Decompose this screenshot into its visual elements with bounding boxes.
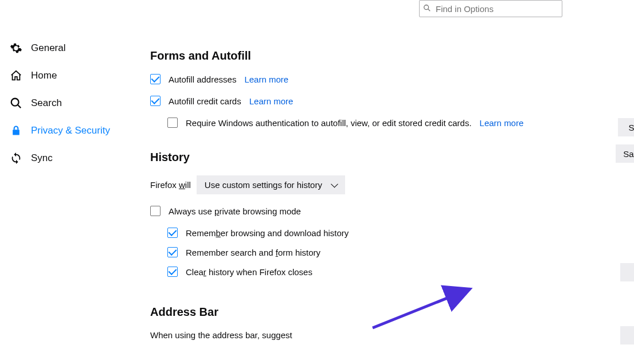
checkbox-remember-search[interactable]: [167, 247, 178, 257]
svg-rect-4: [13, 130, 19, 135]
svg-point-2: [11, 99, 19, 106]
sidebar-item-general[interactable]: General: [7, 34, 133, 62]
checkbox-require-auth[interactable]: [167, 118, 178, 128]
sidebar-item-label: General: [31, 42, 65, 54]
row-always-private: Always use private browsing mode: [150, 206, 564, 216]
label-firefox-will: Firefox will: [150, 180, 191, 190]
label-addressbar-suggest: When using the address bar, suggest: [150, 330, 292, 340]
sidebar-item-search[interactable]: Search: [7, 89, 133, 117]
lock-icon: [9, 124, 23, 138]
row-remember-browsing: Remember browsing and download history: [167, 228, 564, 238]
label-autofill-cards: Autofill credit cards: [169, 96, 241, 106]
sidebar-item-label: Sync: [31, 152, 53, 164]
svg-point-0: [424, 5, 429, 10]
link-learn-more-cards[interactable]: Learn more: [249, 96, 293, 106]
section-heading-forms: Forms and Autofill: [150, 49, 564, 62]
label-require-auth: Require Windows authentication to autofi…: [186, 118, 472, 128]
search-icon: [9, 96, 23, 110]
section-heading-addressbar: Address Bar: [150, 306, 564, 319]
row-autofill-cards: Autofill credit cards Learn more: [150, 96, 564, 106]
search-input-wrapper[interactable]: [419, 0, 562, 17]
label-remember-browsing: Remember browsing and download history: [186, 228, 349, 238]
checkbox-always-private[interactable]: [150, 206, 161, 216]
clear-history-button[interactable]: Clear History...: [620, 263, 634, 281]
row-clear-on-close: Clear history when Firefox closes: [167, 267, 564, 277]
sidebar-item-home[interactable]: Home: [7, 62, 133, 89]
sidebar-item-label: Search: [31, 97, 62, 109]
checkbox-autofill-cards[interactable]: [150, 96, 161, 106]
saved-cards-button[interactable]: Saved Credit Cards...: [616, 144, 634, 163]
sidebar-item-label: Home: [31, 70, 57, 81]
main-content: Forms and Autofill Autofill addresses Le…: [150, 49, 564, 351]
row-require-auth: Require Windows authentication to autofi…: [167, 118, 564, 128]
label-autofill-addresses: Autofill addresses: [169, 75, 236, 84]
saved-addresses-button[interactable]: Saved Addresses...: [618, 118, 634, 136]
sidebar-item-privacy[interactable]: Privacy & Security: [7, 117, 133, 144]
label-always-private: Always use private browsing mode: [169, 206, 301, 216]
svg-line-1: [428, 9, 431, 11]
sidebar-item-label: Privacy & Security: [31, 125, 110, 136]
search-input[interactable]: [436, 4, 558, 14]
row-remember-search: Remember search and form history: [167, 247, 564, 257]
settings-button[interactable]: Settings...: [620, 326, 634, 345]
sync-icon: [9, 151, 23, 165]
row-addressbar-suggest: When using the address bar, suggest: [150, 330, 564, 340]
link-learn-more-auth[interactable]: Learn more: [480, 118, 524, 128]
link-learn-more-addresses[interactable]: Learn more: [244, 75, 288, 84]
checkbox-remember-browsing[interactable]: [167, 228, 178, 238]
checkbox-autofill-addresses[interactable]: [150, 74, 161, 84]
section-heading-history: History: [150, 151, 564, 164]
history-mode-dropdown[interactable]: Use custom settings for history: [197, 175, 345, 194]
search-icon: [423, 4, 432, 13]
sidebar-item-sync[interactable]: Sync: [7, 144, 133, 172]
svg-line-3: [18, 105, 21, 108]
dropdown-value: Use custom settings for history: [205, 180, 322, 190]
checkbox-clear-on-close[interactable]: [167, 267, 178, 277]
sidebar: General Home Search Privacy & Security S…: [7, 34, 133, 172]
home-icon: [9, 69, 23, 83]
row-history-mode: Firefox will Use custom settings for his…: [150, 175, 564, 194]
gear-icon: [9, 41, 23, 55]
row-autofill-addresses: Autofill addresses Learn more: [150, 74, 564, 84]
label-clear-on-close: Clear history when Firefox closes: [186, 267, 312, 277]
label-remember-search: Remember search and form history: [186, 248, 320, 257]
